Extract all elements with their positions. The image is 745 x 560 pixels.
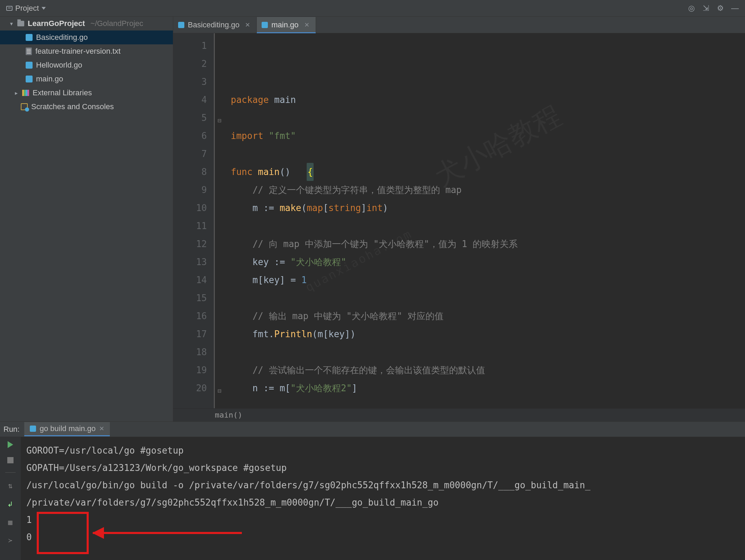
- annotation-arrow: [93, 532, 242, 534]
- chevron-down-icon: [42, 7, 46, 10]
- tab-main[interactable]: main.go ✕: [257, 17, 316, 33]
- code-body[interactable]: 犬小哈教程 quanxiaoha.com package mainimport …: [229, 33, 745, 408]
- code-line[interactable]: [231, 397, 745, 408]
- soft-wrap-icon[interactable]: ↲: [6, 500, 15, 509]
- locate-icon[interactable]: ◎: [685, 2, 697, 14]
- external-libraries-icon: [22, 90, 29, 96]
- console-line: 1: [26, 511, 739, 528]
- console-line: /private/var/folders/g7/sg02phc552qffxx1…: [26, 494, 739, 511]
- file-name: Basicediting.go: [36, 33, 88, 42]
- go-file-icon: [26, 76, 33, 82]
- project-toolstrip: Project ◎ ⇲ ⚙ —: [0, 0, 745, 17]
- scratches-label: Scratches and Consoles: [31, 102, 114, 111]
- chevron-down-icon: ▾: [9, 20, 14, 27]
- file-name: main.go: [36, 75, 63, 84]
- project-sidebar: ▾ LearnGoProject ~/GolandProjec Basicedi…: [0, 17, 173, 421]
- code-line[interactable]: func main() {: [231, 163, 745, 181]
- code-line[interactable]: import "fmt": [231, 127, 745, 145]
- code-line[interactable]: n := m["犬小哈教程2"]: [231, 379, 745, 397]
- code-line[interactable]: [231, 145, 745, 163]
- rerun-icon[interactable]: [8, 441, 13, 448]
- hide-icon[interactable]: —: [729, 2, 741, 14]
- run-action-gutter: ⇅ ↲ ▦ ≻: [0, 437, 21, 560]
- console-line: GOROOT=/usr/local/go #gosetup: [26, 442, 739, 459]
- scratches-icon: [21, 103, 28, 110]
- external-libraries-row[interactable]: ▸ External Libraries: [0, 86, 173, 100]
- go-file-icon: [26, 62, 33, 69]
- chevron-right-icon: ▸: [14, 90, 19, 96]
- code-line[interactable]: package main: [231, 91, 745, 109]
- settings-icon[interactable]: ⚙: [715, 2, 726, 14]
- divider: [5, 472, 16, 473]
- go-file-icon: [178, 22, 184, 28]
- line-number-gutter: 1234567891011121314151617181920: [173, 33, 215, 408]
- run-config-tab[interactable]: go build main.go ✕: [24, 422, 109, 436]
- code-line[interactable]: // 定义一个键类型为字符串，值类型为整型的 map: [231, 181, 745, 199]
- up-down-icon[interactable]: ⇅: [6, 482, 15, 491]
- project-root-name: LearnGoProject: [28, 19, 85, 28]
- go-file-icon: [26, 34, 33, 41]
- code-line[interactable]: m[key] = 1: [231, 271, 745, 289]
- code-line[interactable]: fmt.Println(m[key]): [231, 325, 745, 343]
- code-editor[interactable]: 1234567891011121314151617181920 ⊟⊟ 犬小哈教程…: [173, 33, 745, 408]
- file-name: Helloworld.go: [36, 61, 82, 70]
- folder-icon: [17, 21, 24, 26]
- file-row-feature-trainer[interactable]: feature-trainer-version.txt: [0, 44, 173, 58]
- console-line: GOPATH=/Users/a123123/Work/go_workspace …: [26, 459, 739, 476]
- project-icon: [6, 6, 12, 11]
- scratches-row[interactable]: Scratches and Consoles: [0, 100, 173, 114]
- annotation-box: [37, 512, 89, 554]
- code-line[interactable]: key := "犬小哈教程": [231, 253, 745, 271]
- tab-label: main.go: [271, 20, 298, 29]
- file-row-basicediting[interactable]: Basicediting.go: [0, 30, 173, 44]
- editor-tab-bar: Basicediting.go ✕ main.go ✕: [173, 17, 745, 33]
- console-line: /usr/local/go/bin/go build -o /private/v…: [26, 476, 739, 494]
- close-icon[interactable]: ✕: [99, 425, 104, 432]
- code-line[interactable]: [231, 217, 745, 235]
- project-root-path: ~/GolandProjec: [90, 19, 143, 28]
- run-label: Run:: [3, 425, 19, 434]
- text-file-icon: [26, 47, 32, 55]
- file-row-main[interactable]: main.go: [0, 72, 173, 86]
- code-line[interactable]: [231, 289, 745, 307]
- code-line[interactable]: // 尝试输出一个不能存在的键，会输出该值类型的默认值: [231, 361, 745, 379]
- code-line[interactable]: [231, 343, 745, 361]
- console-line: 0: [26, 528, 739, 546]
- code-line[interactable]: [231, 109, 745, 127]
- code-line[interactable]: m := make(map[string]int): [231, 199, 745, 217]
- close-icon[interactable]: ✕: [304, 21, 309, 29]
- tab-label: Basicediting.go: [188, 20, 239, 29]
- tab-basicediting[interactable]: Basicediting.go ✕: [173, 17, 257, 33]
- project-root-row[interactable]: ▾ LearnGoProject ~/GolandProjec: [0, 17, 173, 30]
- run-toolwindow: Run: go build main.go ✕ ⇅ ↲ ▦ ≻ GOROOT=/…: [0, 421, 745, 560]
- external-libraries-label: External Libraries: [33, 88, 92, 97]
- prompt-icon[interactable]: ≻: [6, 536, 15, 545]
- stop-icon[interactable]: [7, 457, 14, 463]
- layout-icon[interactable]: ▦: [6, 518, 15, 527]
- go-file-icon: [30, 426, 36, 432]
- breadcrumb-item: main(): [215, 411, 242, 419]
- run-console[interactable]: GOROOT=/usr/local/go #gosetupGOPATH=/Use…: [21, 437, 745, 560]
- run-tab-label: go build main.go: [40, 424, 95, 433]
- file-row-helloworld[interactable]: Helloworld.go: [0, 58, 173, 72]
- code-line[interactable]: // 输出 map 中键为 "犬小哈教程" 对应的值: [231, 307, 745, 325]
- code-line[interactable]: // 向 map 中添加一个键为 "犬小哈教程"，值为 1 的映射关系: [231, 235, 745, 253]
- expand-icon[interactable]: ⇲: [700, 2, 712, 14]
- project-dropdown[interactable]: Project: [3, 2, 49, 14]
- go-file-icon: [262, 22, 268, 28]
- close-icon[interactable]: ✕: [245, 21, 250, 29]
- breadcrumb[interactable]: main(): [173, 408, 745, 421]
- fold-column: ⊟⊟: [215, 33, 229, 408]
- project-dropdown-label: Project: [15, 4, 39, 13]
- file-name: feature-trainer-version.txt: [35, 47, 121, 56]
